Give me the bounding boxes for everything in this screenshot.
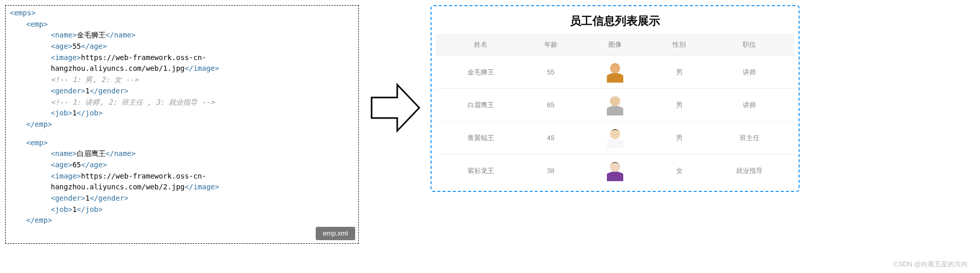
result-table-panel: 员工信息列表展示 姓名 年龄 图像 性别 职位 金毛狮王55男讲师白眉鹰王65男… — [431, 5, 800, 192]
cell-name: 白眉鹰王 — [436, 89, 525, 122]
xml-tag: </gender> — [90, 194, 129, 202]
employee-table: 姓名 年龄 图像 性别 职位 金毛狮王55男讲师白眉鹰王65男讲师青翼蝠王45男… — [436, 34, 794, 187]
xml-emp1-name: 金毛狮王 — [77, 31, 106, 39]
cell-gender: 男 — [654, 122, 705, 154]
cell-age: 45 — [525, 122, 576, 154]
th-gender: 性别 — [654, 34, 705, 56]
svg-point-1 — [610, 63, 620, 73]
table-header-row: 姓名 年龄 图像 性别 职位 — [436, 34, 794, 56]
cell-age: 38 — [525, 154, 576, 187]
table-row: 紫衫龙王38女就业指导 — [436, 154, 794, 187]
table-row: 青翼蝠王45男班主任 — [436, 122, 794, 154]
xml-tag: </image> — [185, 64, 219, 72]
table-title: 员工信息列表展示 — [436, 10, 794, 34]
cell-gender: 男 — [654, 56, 705, 89]
xml-tag: </age> — [81, 42, 107, 50]
xml-emp1-gender: 1 — [85, 87, 89, 95]
xml-emp-open-1: <emp> — [26, 20, 48, 28]
cell-name: 青翼蝠王 — [436, 122, 525, 154]
cell-gender: 女 — [654, 154, 705, 187]
xml-source-panel: <emps> <emp> <name>金毛狮王</name> <age>55</… — [5, 5, 359, 244]
cell-gender: 男 — [654, 89, 705, 122]
xml-emp2-name: 白眉鹰王 — [77, 149, 106, 158]
avatar-icon — [604, 60, 626, 83]
xml-emp1-job: 1 — [72, 109, 76, 117]
xml-tag: </image> — [185, 183, 219, 191]
th-name: 姓名 — [436, 34, 525, 56]
avatar-icon — [604, 159, 626, 181]
cell-name: 金毛狮王 — [436, 56, 525, 89]
xml-emp2-gender: 1 — [85, 194, 89, 202]
xml-root-open: <emps> — [10, 9, 36, 17]
svg-point-3 — [610, 96, 620, 106]
xml-tag: </age> — [81, 161, 107, 169]
xml-emp2-age: 65 — [72, 161, 81, 169]
th-age: 年龄 — [525, 34, 576, 56]
cell-job: 班主任 — [705, 122, 794, 154]
cell-avatar — [576, 154, 654, 187]
cell-job: 讲师 — [705, 89, 794, 122]
watermark: CSDN @向着五星的方向 — [893, 260, 968, 269]
th-image: 图像 — [576, 34, 654, 56]
xml-tag: <image> — [51, 53, 81, 62]
table-row: 金毛狮王55男讲师 — [436, 56, 794, 89]
xml-tag: </name> — [106, 149, 136, 158]
xml-comment-job: <!-- 1: 讲师, 2: 班主任 , 3: 就业指导 --> — [10, 97, 354, 108]
cell-name: 紫衫龙王 — [436, 154, 525, 187]
xml-comment-gender: <!-- 1: 男, 2: 女 --> — [10, 74, 354, 86]
svg-point-5 — [610, 129, 620, 139]
xml-tag: </gender> — [90, 87, 129, 95]
cell-job: 讲师 — [705, 56, 794, 89]
avatar-icon — [604, 93, 626, 115]
avatar-icon — [604, 126, 626, 148]
th-job: 职位 — [705, 34, 794, 56]
xml-tag: </job> — [77, 109, 103, 117]
xml-emp2-job: 1 — [72, 205, 76, 213]
cell-avatar — [576, 122, 654, 154]
svg-point-7 — [610, 162, 620, 172]
cell-age: 55 — [525, 56, 576, 89]
file-badge: emp.xml — [316, 227, 355, 240]
xml-tag: <gender> — [51, 87, 85, 95]
xml-tag: <age> — [51, 161, 72, 169]
xml-emp-close-1: </emp> — [26, 120, 52, 128]
xml-tag: <age> — [51, 42, 72, 50]
arrow-icon — [369, 5, 420, 210]
xml-tag: <job> — [51, 205, 72, 213]
xml-emp-close-2: </emp> — [26, 216, 52, 224]
table-row: 白眉鹰王65男讲师 — [436, 89, 794, 122]
xml-emp1-age: 55 — [72, 42, 81, 50]
cell-avatar — [576, 89, 654, 122]
xml-tag: </job> — [77, 205, 103, 213]
cell-avatar — [576, 56, 654, 89]
xml-tag: <job> — [51, 109, 72, 117]
xml-emp-open-2: <emp> — [26, 139, 48, 147]
cell-job: 就业指导 — [705, 154, 794, 187]
xml-tag: <image> — [51, 172, 81, 180]
xml-tag: <gender> — [51, 194, 85, 202]
xml-tag: <name> — [51, 31, 77, 39]
xml-tag: </name> — [106, 31, 136, 39]
cell-age: 65 — [525, 89, 576, 122]
xml-tag: <name> — [51, 149, 77, 158]
